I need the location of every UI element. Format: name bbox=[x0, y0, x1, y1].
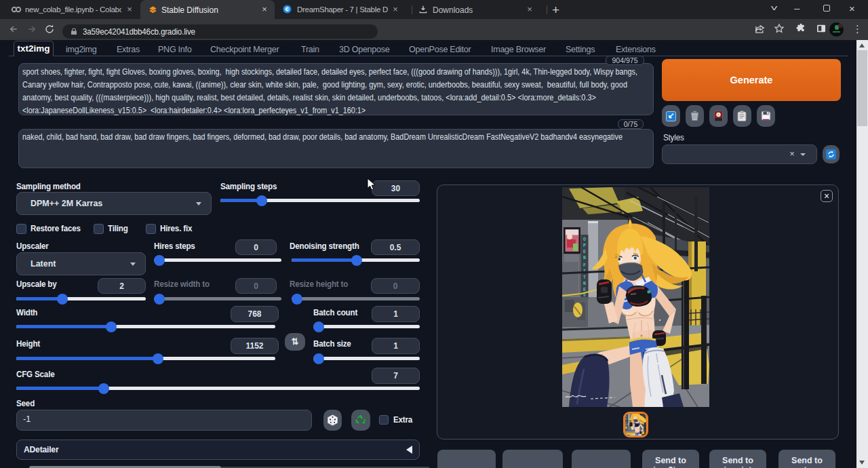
svg-text:F: F bbox=[583, 263, 586, 268]
svg-text:O: O bbox=[583, 237, 586, 242]
svg-text:T: T bbox=[583, 275, 586, 280]
svg-text:E: E bbox=[583, 288, 586, 292]
svg-text:P: P bbox=[583, 243, 586, 248]
svg-text:E: E bbox=[583, 250, 586, 254]
svg-text:N: N bbox=[583, 256, 586, 260]
svg-text:N: N bbox=[583, 281, 586, 286]
